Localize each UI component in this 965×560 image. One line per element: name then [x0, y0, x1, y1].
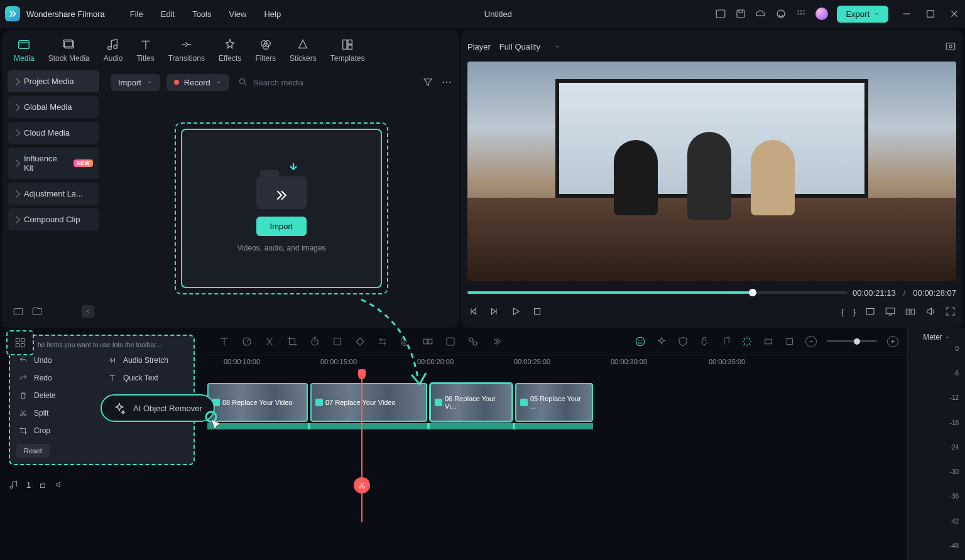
toolbox-delete[interactable]: Delete — [16, 387, 98, 404]
toolbox-button-highlight[interactable] — [6, 330, 34, 355]
tab-stock-media[interactable]: Stock Media — [42, 35, 96, 65]
timeline-clip[interactable]: 08 Replace Your Video — [207, 383, 308, 422]
sidebar-item-cloud-media[interactable]: Cloud Media — [8, 122, 99, 144]
timeline-ruler[interactable]: 00:00:10:00 00:00:15:00 00:00:20:00 00:0… — [104, 355, 907, 372]
mute-icon[interactable] — [55, 480, 63, 489]
fullscreen-icon[interactable] — [945, 306, 956, 317]
layers-icon[interactable] — [763, 336, 774, 347]
auto-tool-icon[interactable] — [467, 336, 479, 347]
display-icon[interactable] — [885, 306, 896, 317]
export-button[interactable]: Export — [837, 6, 888, 23]
trim-tool-icon[interactable] — [264, 336, 275, 347]
tab-templates[interactable]: Templates — [324, 35, 371, 65]
sparkle-icon[interactable] — [656, 336, 667, 347]
toolbox-audio-stretch[interactable]: Audio Stretch — [106, 352, 187, 369]
import-button[interactable]: Import — [256, 217, 307, 236]
camera-icon[interactable] — [905, 306, 916, 317]
brace-close[interactable]: } — [853, 307, 856, 316]
music-icon[interactable] — [720, 336, 731, 347]
more-icon[interactable] — [441, 77, 452, 88]
text-tool-icon[interactable] — [219, 336, 230, 347]
minimize-icon[interactable] — [901, 8, 912, 19]
more-tools-icon[interactable] — [490, 336, 501, 347]
zoom-slider[interactable] — [827, 340, 877, 342]
lock-icon[interactable] — [38, 480, 47, 489]
zoom-in-button[interactable]: + — [887, 336, 898, 347]
layout-icon[interactable] — [715, 8, 726, 19]
save-icon[interactable] — [735, 8, 746, 19]
collapse-sidebar-button[interactable] — [82, 305, 94, 318]
timeline-clip[interactable]: 05 Replace Your ... — [515, 383, 593, 422]
toolbox-crop[interactable]: Crop — [16, 423, 98, 439]
import-dropdown[interactable]: Import — [111, 74, 160, 91]
svg-point-22 — [446, 82, 447, 83]
next-frame-icon[interactable] — [489, 306, 500, 317]
tab-titles[interactable]: Titles — [130, 35, 160, 65]
timeline-clip[interactable]: 07 Replace Your Video — [310, 383, 427, 422]
sidebar-item-adjustment-layer[interactable]: Adjustment La... — [8, 183, 99, 205]
new-folder-icon[interactable] — [13, 306, 24, 317]
crop-tool-icon[interactable] — [286, 336, 298, 347]
tab-stickers[interactable]: Stickers — [283, 35, 323, 65]
menu-edit[interactable]: Edit — [161, 9, 175, 19]
toolbox-split[interactable]: Split — [16, 405, 98, 421]
adjust-tool-icon[interactable] — [377, 336, 388, 347]
magic-cut-icon[interactable] — [741, 336, 753, 347]
sidebar-item-influence-kit[interactable]: Influence KitNEW — [8, 148, 99, 179]
sidebar-item-global-media[interactable]: Global Media — [8, 96, 99, 118]
maximize-icon[interactable] — [925, 8, 936, 19]
tab-transitions[interactable]: Transitions — [162, 35, 211, 65]
playhead[interactable] — [361, 372, 363, 522]
cut-badge-icon[interactable] — [354, 477, 370, 493]
play-icon[interactable] — [510, 306, 521, 317]
cloud-icon[interactable] — [755, 8, 766, 19]
volume-icon[interactable] — [925, 306, 936, 317]
sidebar-item-project-media[interactable]: Project Media — [8, 70, 99, 92]
quality-select[interactable]: Full Quality — [499, 42, 560, 51]
record-dropdown[interactable]: Record — [166, 74, 229, 91]
keyframe-tool-icon[interactable] — [354, 336, 366, 347]
brace-open[interactable]: { — [841, 307, 844, 316]
menu-tools[interactable]: Tools — [192, 9, 211, 19]
folder-icon[interactable] — [31, 306, 43, 317]
toolbox-redo[interactable]: Redo — [16, 370, 98, 386]
group-tool-icon[interactable] — [422, 336, 433, 347]
menu-file[interactable]: File — [130, 9, 143, 19]
tab-audio[interactable]: Audio — [97, 35, 129, 65]
filter-icon[interactable] — [422, 77, 433, 88]
close-icon[interactable] — [949, 8, 960, 19]
timeline-clip[interactable]: 06 Replace Your Vi... — [430, 383, 513, 422]
apps-icon[interactable] — [795, 8, 807, 19]
audio-track-icon[interactable] — [9, 480, 19, 490]
sidebar-item-compound-clip[interactable]: Compound Clip — [8, 208, 99, 230]
mic-icon[interactable] — [699, 336, 710, 347]
tab-media[interactable]: Media — [8, 35, 41, 65]
menu-view[interactable]: View — [229, 9, 246, 19]
duration-tool-icon[interactable] — [309, 336, 320, 347]
svg-rect-46 — [787, 338, 793, 344]
ai-tool-icon[interactable] — [445, 336, 456, 347]
zoom-out-button[interactable]: − — [805, 336, 817, 347]
tab-filters[interactable]: Filters — [249, 35, 282, 65]
support-icon[interactable] — [775, 8, 787, 19]
snapshot-icon[interactable] — [945, 41, 956, 52]
document-title: Untitled — [281, 9, 715, 19]
ratio-icon[interactable] — [864, 306, 876, 317]
color-tool-icon[interactable] — [400, 336, 411, 347]
import-drop-zone[interactable]: Import Videos, audio, and images — [111, 94, 452, 323]
shield-icon[interactable] — [677, 336, 689, 347]
ai-object-remover-callout[interactable]: AI Object Remover — [101, 394, 215, 422]
toolbox-reset-button[interactable]: Reset — [16, 444, 50, 458]
menu-help[interactable]: Help — [264, 9, 281, 19]
avatar[interactable] — [815, 8, 828, 20]
smiley-icon[interactable] — [635, 336, 646, 347]
marker-icon[interactable] — [784, 336, 795, 347]
scrub-bar[interactable] — [467, 291, 848, 294]
prev-frame-icon[interactable] — [467, 306, 479, 317]
speed-tool-icon[interactable] — [241, 336, 253, 347]
stop-icon[interactable] — [532, 306, 543, 317]
search-input[interactable] — [253, 78, 347, 87]
mask-tool-icon[interactable] — [332, 336, 343, 347]
tab-effects[interactable]: Effects — [212, 35, 248, 65]
toolbox-quick-text[interactable]: Quick Text — [106, 370, 187, 386]
